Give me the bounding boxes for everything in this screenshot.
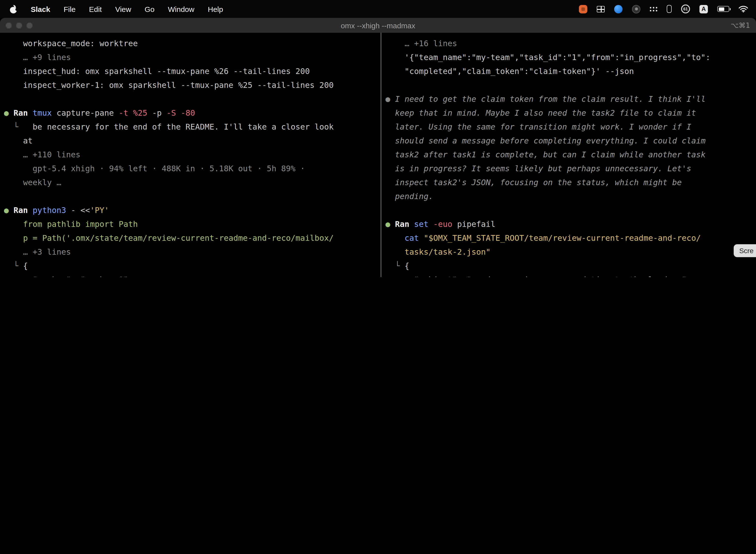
text-segment: task2 after task1 is complete, but can I… [385, 150, 706, 159]
text-segment: ● [385, 219, 395, 229]
text-segment: ● [4, 108, 14, 118]
macos-screen: Slack File Edit View Go Window Help 61 A [0, 0, 756, 277]
text-segment: { [23, 261, 28, 271]
apple-menu-icon[interactable] [10, 5, 17, 13]
terminal-line: "completed","claim_token":"claim-token"}… [385, 64, 756, 78]
text-segment: ● [385, 94, 395, 104]
left-terminal-pane[interactable]: workspace_mode: worktree … +9 lines insp… [0, 33, 380, 277]
terminal-line: tasks/task-2.json" [385, 245, 756, 259]
terminal-line [385, 204, 756, 217]
text-segment: { [404, 261, 409, 271]
terminal-line: from pathlib import Path [4, 217, 380, 231]
text-segment: └ [4, 261, 23, 271]
window-shortcut-hint: ⌥⌘1 [731, 21, 750, 29]
terminal-line: at [4, 134, 380, 148]
ran-set-line: ● Ran set -euo pipefail [385, 217, 756, 231]
text-segment: -p [147, 108, 167, 118]
terminal-line [4, 92, 380, 106]
text-segment: Ran [14, 206, 33, 215]
text-segment: pending. [385, 191, 433, 201]
text-segment: tasks/task-2.json" [404, 247, 491, 257]
text-segment [419, 233, 424, 243]
terminal-line: └ { [385, 259, 756, 273]
close-button[interactable] [5, 22, 12, 29]
text-segment: python3 [33, 206, 66, 215]
terminal-line: is in progress? It seems likely but perh… [385, 162, 756, 176]
text-segment: set [414, 219, 429, 229]
text-segment [385, 247, 404, 257]
window-title: omx --xhigh --madmax [0, 21, 756, 30]
text-segment: be necessary for the end of the README. … [33, 122, 334, 131]
text-segment [385, 233, 404, 243]
terminal-line [4, 189, 380, 204]
text-segment: -euo [428, 219, 452, 229]
wifi-icon[interactable] [739, 5, 748, 12]
terminal-line: "subject": "send a concise recommendatio… [385, 273, 756, 277]
menu-view[interactable]: View [115, 5, 131, 13]
input-source-icon[interactable]: A [699, 5, 708, 13]
text-segment: -S -80 [167, 108, 195, 118]
traffic-lights [5, 22, 33, 29]
grid-app-icon[interactable] [597, 6, 605, 12]
split-panes: workspace_mode: worktree … +9 lines insp… [0, 33, 756, 277]
battery-percent-ring-icon[interactable]: 61 [681, 4, 690, 13]
right-pane-scrollback: … +16 lines '{"team_name":"my-team","tas… [381, 33, 756, 277]
menu-help[interactable]: Help [208, 5, 223, 13]
window-title-bar[interactable]: omx --xhigh --madmax ⌥⌘1 [0, 18, 756, 33]
text-segment: inspect_worker-1: omx sparkshell --tmux-… [4, 80, 334, 90]
dark-app-icon[interactable] [632, 5, 640, 13]
menu-go[interactable]: Go [145, 5, 154, 13]
minimize-button[interactable] [16, 22, 22, 29]
menu-edit[interactable]: Edit [89, 5, 102, 13]
text-segment: later. Using the same for transition mig… [385, 122, 691, 131]
screenshot-tooltip: Scre [734, 244, 756, 257]
text-segment: … +3 lines [4, 247, 71, 257]
macos-menu-bar: Slack File Edit View Go Window Help 61 A [0, 0, 756, 18]
terminal-content: workspace_mode: worktree … +9 lines insp… [0, 33, 756, 277]
battery-percent-label: 61 [683, 7, 688, 11]
text-segment: workspace_mode: worktree [4, 39, 138, 48]
text-segment: "$OMX_TEAM_STATE_ROOT/team/review-curren… [424, 233, 701, 243]
text-segment: pipefail [452, 219, 495, 229]
zoom-button[interactable] [26, 22, 33, 29]
pill-app-icon[interactable] [667, 5, 672, 13]
terminal-line: weekly … [4, 176, 380, 189]
text-segment: at [4, 136, 33, 146]
terminal-line: inspect_worker-1: omx sparkshell --tmux-… [4, 78, 380, 92]
text-segment: - << [66, 206, 90, 215]
text-segment: from pathlib import Path [4, 219, 138, 229]
terminal-line: … +16 lines [385, 37, 756, 51]
terminal-line [385, 78, 756, 92]
text-segment: … +110 lines [4, 150, 80, 159]
text-segment: … +16 lines [385, 39, 457, 48]
terminal-line: '{"team_name":"my-team","task_id":"1","f… [385, 51, 756, 64]
input-source-label: A [701, 5, 706, 12]
terminal-line: keep that in mind. Maybe I also need the… [385, 106, 756, 120]
terminal-line: └ be necessary for the end of the README… [4, 120, 380, 134]
menu-file[interactable]: File [63, 5, 75, 13]
text-segment: gpt-5.4 xhigh · 94% left · 488K in · 5.1… [4, 164, 305, 173]
terminal-line: "worker": "worker-1", [4, 273, 380, 277]
battery-icon[interactable] [717, 6, 729, 12]
text-segment: is in progress? It seems likely but perh… [385, 164, 691, 173]
terminal-line: p = Path('.omx/state/team/review-current… [4, 231, 380, 245]
terminal-line: cat "$OMX_TEAM_STATE_ROOT/team/review-cu… [385, 231, 756, 245]
thinking-line: ● I need to get the claim token from the… [385, 92, 756, 106]
terminal-line: later. Using the same for transition mig… [385, 120, 756, 134]
terminal-line: task2 after task1 is complete, but can I… [385, 148, 756, 162]
menu-bar-status-icons: 61 A [579, 4, 756, 13]
terminal-line: pending. [385, 189, 756, 204]
left-pane-scrollback: workspace_mode: worktree … +9 lines insp… [0, 33, 380, 277]
screen-recording-indicator-icon[interactable] [579, 5, 587, 13]
menu-app-name[interactable]: Slack [31, 5, 50, 13]
menu-bar-left: Slack File Edit View Go Window Help [0, 5, 223, 13]
dots-grid-icon[interactable] [650, 6, 657, 11]
text-segment: tmux [33, 108, 52, 118]
blue-app-icon[interactable] [614, 5, 623, 13]
text-segment: └ [4, 122, 33, 131]
right-terminal-pane[interactable]: … +16 lines '{"team_name":"my-team","tas… [381, 33, 756, 277]
menu-window[interactable]: Window [168, 5, 194, 13]
terminal-line: … +110 lines [4, 148, 380, 162]
text-segment: capture-pane [52, 108, 119, 118]
text-segment: weekly … [4, 178, 61, 187]
